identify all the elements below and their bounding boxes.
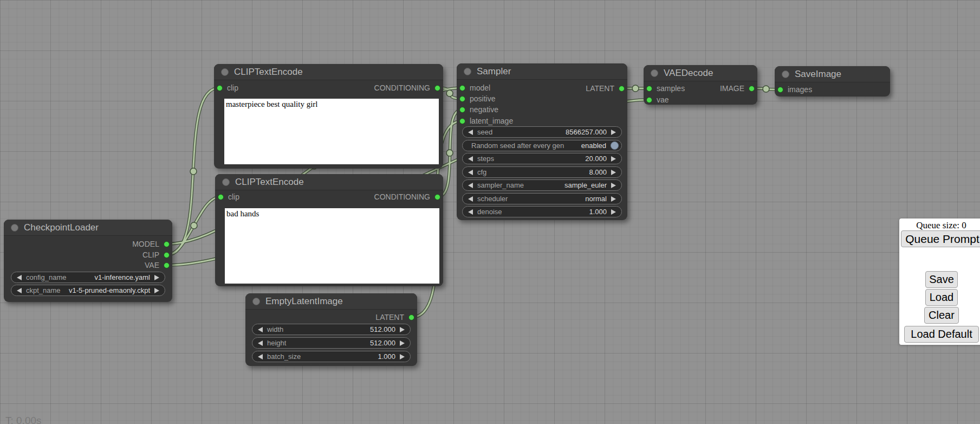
input-port-images[interactable]: images [777, 84, 812, 95]
widget-scheduler[interactable]: scheduler normal [462, 193, 622, 204]
port-dot-icon[interactable] [459, 96, 465, 102]
link-dot[interactable] [632, 85, 639, 92]
input-port-latent-image[interactable]: latent_image [459, 115, 513, 126]
port-dot-icon[interactable] [459, 85, 465, 91]
input-port-clip[interactable]: clip [218, 191, 239, 202]
decrement-arrow-icon[interactable] [258, 327, 263, 332]
node-empty-latent-image[interactable]: EmptyLatentImage LATENT width 512.000 he… [245, 293, 417, 366]
node-graph-canvas[interactable]: { "canvas": { "perf_label": "T: 0.00s" }… [0, 0, 980, 424]
port-dot-icon[interactable] [459, 118, 465, 124]
port-dot-icon[interactable] [749, 86, 755, 92]
increment-arrow-icon[interactable] [611, 170, 616, 175]
port-dot-icon[interactable] [646, 86, 652, 92]
decrement-arrow-icon[interactable] [468, 196, 473, 202]
port-dot-icon[interactable] [408, 314, 414, 320]
queue-prompt-button[interactable]: Queue Prompt [901, 230, 980, 247]
port-dot-icon[interactable] [164, 262, 170, 268]
output-port-clip[interactable]: CLIP [142, 249, 170, 260]
increment-arrow-icon[interactable] [400, 327, 405, 332]
toggle-circle-icon[interactable] [611, 142, 619, 150]
increment-arrow-icon[interactable] [611, 156, 616, 162]
widget-seed[interactable]: seed 8566257.000 [462, 126, 622, 138]
link-dot[interactable] [446, 150, 453, 156]
load-default-button[interactable]: Load Default [904, 326, 979, 343]
widget-width[interactable]: width 512.000 [252, 324, 411, 335]
port-dot-icon[interactable] [459, 107, 465, 113]
node-title-bar[interactable]: CheckpointLoader [4, 220, 172, 236]
link-dot[interactable] [190, 168, 197, 175]
positive-prompt-textarea[interactable]: masterpiece best quality girl [224, 99, 439, 164]
collapse-dot-icon[interactable] [651, 69, 658, 77]
widget-steps[interactable]: steps 20.000 [462, 153, 622, 164]
node-title-bar[interactable]: CLIPTextEncode [215, 174, 443, 190]
node-title-bar[interactable]: CLIPTextEncode [214, 64, 443, 80]
node-title-bar[interactable]: SaveImage [775, 66, 890, 82]
decrement-arrow-icon[interactable] [17, 288, 22, 293]
load-button[interactable]: Load [925, 289, 958, 306]
node-clip-text-encode-positive[interactable]: CLIPTextEncode clip CONDITIONING masterp… [214, 64, 443, 169]
increment-arrow-icon[interactable] [154, 275, 159, 280]
clear-button[interactable]: Clear [924, 307, 959, 324]
widget-height[interactable]: height 512.000 [252, 337, 411, 349]
increment-arrow-icon[interactable] [611, 130, 616, 135]
output-port-model[interactable]: MODEL [132, 239, 170, 249]
increment-arrow-icon[interactable] [400, 354, 405, 359]
port-dot-icon[interactable] [434, 85, 440, 91]
widget-random-seed-toggle[interactable]: Random seed after every gen enabled [462, 140, 622, 151]
port-dot-icon[interactable] [218, 194, 224, 200]
decrement-arrow-icon[interactable] [258, 354, 263, 359]
decrement-arrow-icon[interactable] [468, 209, 473, 215]
node-sampler[interactable]: Sampler model positive negative latent_i… [457, 63, 627, 220]
port-dot-icon[interactable] [217, 85, 223, 91]
node-title-bar[interactable]: Sampler [457, 63, 627, 80]
port-dot-icon[interactable] [619, 86, 625, 92]
decrement-arrow-icon[interactable] [468, 156, 473, 162]
output-port-image[interactable]: IMAGE [720, 83, 755, 94]
increment-arrow-icon[interactable] [611, 196, 616, 202]
decrement-arrow-icon[interactable] [258, 341, 263, 346]
widget-ckpt-name[interactable]: ckpt_name v1-5-pruned-emaonly.ckpt [11, 285, 165, 296]
port-dot-icon[interactable] [164, 252, 170, 258]
output-port-latent[interactable]: LATENT [586, 83, 625, 94]
node-title-bar[interactable]: EmptyLatentImage [245, 293, 417, 310]
collapse-dot-icon[interactable] [222, 178, 230, 186]
decrement-arrow-icon[interactable] [468, 170, 473, 175]
port-dot-icon[interactable] [777, 87, 783, 93]
input-port-model[interactable]: model [459, 82, 490, 93]
link-dot[interactable] [446, 90, 453, 97]
increment-arrow-icon[interactable] [400, 341, 405, 346]
node-vae-decode[interactable]: VAEDecode samples vae IMAGE [644, 65, 757, 105]
widget-config-name[interactable]: config_name v1-inference.yaml [11, 272, 165, 283]
collapse-dot-icon[interactable] [221, 68, 229, 76]
input-port-clip[interactable]: clip [217, 82, 238, 93]
collapse-dot-icon[interactable] [782, 70, 789, 78]
input-port-positive[interactable]: positive [459, 93, 495, 104]
port-dot-icon[interactable] [646, 97, 652, 103]
decrement-arrow-icon[interactable] [17, 275, 22, 280]
widget-cfg[interactable]: cfg 8.000 [462, 166, 622, 178]
increment-arrow-icon[interactable] [611, 183, 616, 188]
increment-arrow-icon[interactable] [611, 209, 616, 215]
node-clip-text-encode-negative[interactable]: CLIPTextEncode clip CONDITIONING bad han… [215, 174, 443, 286]
input-port-samples[interactable]: samples [646, 83, 685, 94]
output-port-latent[interactable]: LATENT [375, 312, 414, 323]
output-port-conditioning[interactable]: CONDITIONING [374, 82, 440, 93]
output-port-vae[interactable]: VAE [145, 260, 170, 271]
decrement-arrow-icon[interactable] [468, 183, 473, 188]
output-port-conditioning[interactable]: CONDITIONING [374, 191, 440, 202]
widget-batch-size[interactable]: batch_size 1.000 [252, 351, 411, 362]
increment-arrow-icon[interactable] [154, 288, 159, 293]
collapse-dot-icon[interactable] [464, 68, 471, 75]
save-button[interactable]: Save [925, 271, 958, 288]
link-dot[interactable] [191, 222, 197, 229]
port-dot-icon[interactable] [164, 241, 170, 247]
node-title-bar[interactable]: VAEDecode [644, 65, 757, 81]
widget-sampler-name[interactable]: sampler_name sample_euler [462, 179, 622, 191]
link-dot[interactable] [763, 86, 769, 92]
collapse-dot-icon[interactable] [252, 298, 260, 305]
input-port-negative[interactable]: negative [459, 104, 498, 115]
collapse-dot-icon[interactable] [11, 224, 18, 232]
widget-denoise[interactable]: denoise 1.000 [462, 206, 622, 217]
port-dot-icon[interactable] [434, 194, 440, 200]
node-save-image[interactable]: SaveImage images [775, 66, 890, 97]
